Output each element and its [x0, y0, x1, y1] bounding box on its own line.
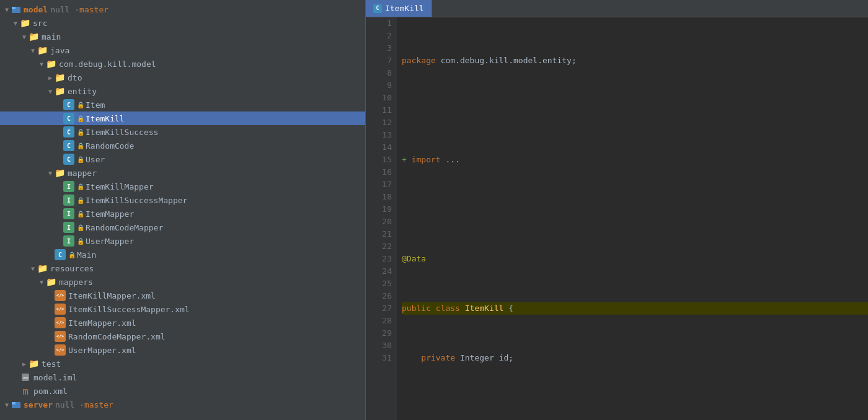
lock-icon: 🔒	[77, 142, 84, 149]
tree-item-test[interactable]: ▶ 📁 test	[0, 357, 365, 370]
expand-arrow[interactable]: ▼	[29, 265, 37, 272]
pom-icon: m	[20, 385, 31, 396]
tree-item-Main[interactable]: ▶ C 🔒 Main	[0, 248, 365, 261]
tree-item-ItemKillMapper-xml[interactable]: ▶ </> ItemKillMapper.xml	[0, 289, 365, 302]
folder-icon: 📁	[29, 359, 39, 369]
tree-item-RandomCode[interactable]: ▶ C 🔒 RandomCode	[0, 139, 365, 152]
server-label: server	[24, 400, 53, 409]
ln-26: 26	[371, 290, 392, 302]
class-icon: C	[63, 99, 74, 110]
folder-icon: 📁	[55, 86, 65, 96]
tree-item-ItemKillSuccessMapper[interactable]: ▶ I 🔒 ItemKillSuccessMapper	[0, 193, 365, 207]
code-line-8: @Data	[402, 253, 868, 265]
ln-21: 21	[371, 228, 392, 240]
tree-item-ItemKill[interactable]: ▶ C 🔒 ItemKill	[0, 112, 365, 125]
tree-item-model-iml[interactable]: ▶ iml model.iml	[0, 370, 365, 384]
ln-29: 29	[371, 327, 392, 339]
tab-bar: C ItemKill	[366, 0, 868, 17]
expand-arrow[interactable]: ▼	[2, 401, 11, 408]
expand-arrow[interactable]: ▶	[20, 361, 29, 367]
expand-arrow[interactable]: ▼	[29, 47, 37, 54]
ln-20: 20	[371, 216, 392, 228]
folder-icon: 📁	[29, 32, 39, 42]
code-line-9: public class ItemKill {	[402, 302, 868, 315]
ln-23: 23	[371, 253, 392, 265]
ln-10: 10	[371, 92, 392, 104]
tree-item-UserMapper[interactable]: ▶ I 🔒 UserMapper	[0, 234, 365, 248]
src-label: src	[33, 19, 47, 28]
tree-item-server-root[interactable]: ▼ server null · master	[0, 398, 365, 411]
tree-item-ItemMapper-xml[interactable]: ▶ </> ItemMapper.xml	[0, 316, 365, 330]
expand-arrow[interactable]: ▶	[46, 74, 55, 81]
expand-arrow[interactable]: ▼	[37, 61, 46, 68]
code-line-7	[402, 203, 868, 216]
lock-icon: 🔒	[77, 224, 84, 231]
tree-item-entity[interactable]: ▼ 📁 entity	[0, 84, 365, 98]
tree-item-main[interactable]: ▼ 📁 main	[0, 30, 365, 43]
ln-3: 3	[371, 42, 392, 55]
code-editor-panel: C ItemKill 1 2 3 7 8 9 10 11 12 13 14 15…	[366, 0, 868, 420]
expand-arrow[interactable]: ▼	[46, 170, 55, 177]
ln-16: 16	[371, 166, 392, 178]
expand-arrow[interactable]: ▼	[11, 20, 20, 27]
code-line-2	[402, 104, 868, 116]
code-content[interactable]: package com.debug.kill.model.entity; + i…	[397, 17, 868, 420]
folder-icon: 📁	[55, 72, 65, 82]
RandomCodeMapper-xml-label: RandomCodeMapper.xml	[68, 332, 166, 341]
ln-31: 31	[371, 352, 392, 364]
tree-item-ItemKillSuccess[interactable]: ▶ C 🔒 ItemKillSuccess	[0, 125, 365, 139]
ln-22: 22	[371, 240, 392, 253]
expand-arrow[interactable]: ▼	[20, 33, 29, 40]
xml-icon: </>	[55, 331, 66, 342]
tree-item-mapper[interactable]: ▼ 📁 mapper	[0, 166, 365, 180]
tree-item-model-root[interactable]: ▼ model null · master	[0, 2, 365, 16]
ln-12: 12	[371, 116, 392, 129]
code-area[interactable]: 1 2 3 7 8 9 10 11 12 13 14 15 16 17 18 1…	[366, 17, 868, 420]
ItemKillMapper-label: ItemKillMapper	[86, 182, 154, 191]
tree-item-ItemKillMapper[interactable]: ▶ I 🔒 ItemKillMapper	[0, 180, 365, 193]
tree-item-RandomCodeMapper-xml[interactable]: ▶ </> RandomCodeMapper.xml	[0, 330, 365, 343]
ln-13: 13	[371, 129, 392, 141]
interface-icon: I	[63, 181, 74, 192]
ItemMapper-label: ItemMapper	[86, 209, 134, 219]
ln-14: 14	[371, 141, 392, 154]
expand-arrow[interactable]: ▼	[37, 279, 46, 286]
ln-30: 30	[371, 339, 392, 352]
ln-25: 25	[371, 278, 392, 290]
class-icon: C	[63, 126, 74, 138]
tree-item-UserMapper-xml[interactable]: ▶ </> UserMapper.xml	[0, 343, 365, 357]
tree-item-RandomCodeMapper[interactable]: ▶ I 🔒 RandomCodeMapper	[0, 221, 365, 234]
tree-item-ItemKillSuccessMapper-xml[interactable]: ▶ </> ItemKillSuccessMapper.xml	[0, 302, 365, 316]
tree-item-dto[interactable]: ▶ 📁 dto	[0, 71, 365, 84]
tree-item-ItemMapper[interactable]: ▶ I 🔒 ItemMapper	[0, 207, 365, 221]
interface-icon: I	[63, 195, 74, 206]
main-label: main	[42, 32, 61, 42]
module-icon	[11, 400, 21, 409]
folder-icon: 📁	[55, 168, 65, 178]
tree-item-mappers[interactable]: ▼ 📁 mappers	[0, 275, 365, 289]
ItemKill-label: ItemKill	[86, 114, 125, 123]
Item-label: Item	[86, 100, 105, 110]
code-line-1: package com.debug.kill.model.entity;	[402, 55, 868, 67]
lock-icon: 🔒	[77, 238, 84, 245]
RandomCode-label: RandomCode	[86, 141, 134, 151]
tree-item-src[interactable]: ▼ 📁 src	[0, 16, 365, 30]
folder-icon: 📁	[37, 45, 48, 55]
tree-item-pom-xml[interactable]: ▶ m pom.xml	[0, 384, 365, 398]
tree-item-User[interactable]: ▶ C 🔒 User	[0, 152, 365, 166]
dto-label: dto	[68, 73, 82, 82]
interface-icon: I	[63, 235, 74, 247]
tree-item-java[interactable]: ▼ 📁 java	[0, 43, 365, 57]
ln-17: 17	[371, 178, 392, 191]
ln-15: 15	[371, 154, 392, 166]
lock-icon: 🔒	[77, 211, 84, 217]
tree-item-resources[interactable]: ▼ 📁 resources	[0, 261, 365, 275]
tree-item-package[interactable]: ▼ 📁 com.debug.kill.model	[0, 57, 365, 71]
tree-item-Item[interactable]: ▶ C 🔒 Item	[0, 98, 365, 112]
code-line-11	[402, 401, 868, 414]
editor-tab-ItemKill[interactable]: C ItemKill	[366, 0, 432, 17]
expand-arrow[interactable]: ▼	[46, 88, 55, 95]
code-line-10: private Integer id;	[402, 352, 868, 364]
server-git-branch: master	[84, 400, 113, 409]
expand-arrow[interactable]: ▼	[2, 6, 11, 13]
